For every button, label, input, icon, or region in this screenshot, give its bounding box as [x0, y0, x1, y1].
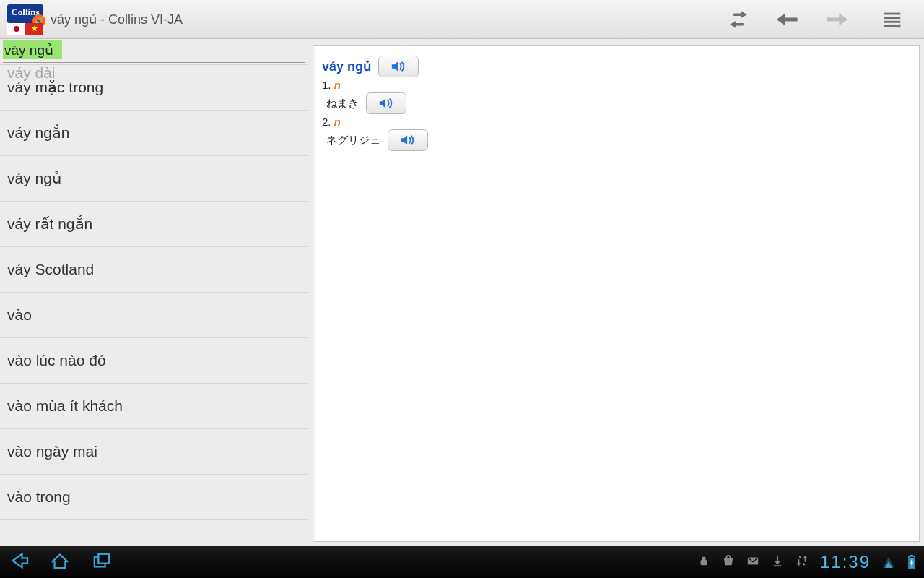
search-input[interactable]: [3, 40, 62, 59]
speaker-icon: [400, 133, 416, 147]
list-item[interactable]: vào: [0, 293, 308, 338]
play-translation-audio-button[interactable]: [388, 129, 428, 151]
word-list[interactable]: váy dài váy mặc trong váy ngắn váy ngủ v…: [0, 63, 308, 546]
speaker-icon: [391, 59, 406, 74]
status-wifi-icon: [882, 555, 895, 569]
nav-forward-button: [819, 5, 854, 34]
menu-button[interactable]: [875, 5, 910, 34]
svg-rect-11: [910, 555, 913, 556]
content-area: váy dài váy mặc trong váy ngắn váy ngủ v…: [0, 39, 924, 546]
header-separator: [863, 7, 863, 32]
sense-line: 2. n: [322, 116, 910, 128]
headword: váy ngủ: [322, 59, 371, 74]
list-item[interactable]: vào ngày mai: [0, 429, 308, 475]
search-row: [0, 39, 308, 62]
translation-text: ネグリジェ: [326, 134, 380, 147]
status-mail-icon: [746, 554, 759, 570]
flag-vn-icon: [25, 23, 43, 35]
svg-rect-7: [700, 560, 707, 565]
list-item[interactable]: vào lúc nào đó: [0, 338, 308, 384]
flag-jp-icon: [7, 23, 25, 35]
app-logo-flags: [7, 23, 43, 35]
app-header: Collins 🔊 váy ngủ - Collins VI-JA: [0, 0, 924, 39]
swap-languages-button[interactable]: [721, 5, 756, 34]
list-item[interactable]: váy rất ngắn: [0, 202, 308, 247]
app-title: váy ngủ - Collins VI-JA: [51, 12, 183, 27]
play-headword-audio-button[interactable]: [378, 56, 419, 77]
nav-back-button[interactable]: [770, 5, 805, 34]
system-recents-button[interactable]: [91, 551, 113, 573]
list-item[interactable]: váy ngủ: [0, 156, 308, 202]
list-item[interactable]: váy Scotland: [0, 247, 308, 293]
svg-rect-9: [774, 565, 782, 566]
arrow-left-icon: [775, 9, 800, 30]
part-of-speech: n: [334, 116, 341, 128]
status-sync-icon: [796, 554, 808, 570]
back-chevron-icon: [7, 551, 29, 570]
app-logo[interactable]: Collins 🔊: [7, 4, 43, 35]
svg-rect-5: [98, 554, 109, 564]
definition-pane: váy ngủ 1. n ねまき: [313, 45, 920, 542]
system-home-button[interactable]: [49, 551, 71, 573]
home-icon: [49, 551, 71, 570]
part-of-speech: n: [334, 79, 341, 91]
list-item[interactable]: váy ngắn: [0, 111, 308, 156]
list-item[interactable]: vào trong: [0, 475, 308, 520]
speaker-icon: [378, 96, 394, 111]
list-item[interactable]: vào mùa ít khách: [0, 384, 308, 429]
status-battery-icon: [907, 554, 917, 570]
system-back-button[interactable]: [7, 551, 29, 573]
sense-number: 1.: [322, 79, 331, 91]
svg-rect-1: [884, 17, 901, 19]
svg-rect-2: [884, 20, 901, 22]
status-clock[interactable]: 11:39: [820, 552, 871, 572]
status-market-icon: [722, 554, 735, 570]
svg-rect-0: [884, 12, 901, 14]
sense-number: 2.: [322, 116, 331, 128]
arrow-right-icon: [824, 9, 849, 30]
recents-icon: [91, 551, 113, 570]
system-nav-bar: 11:39: [0, 546, 924, 578]
translation-text: ねまき: [326, 97, 359, 111]
left-pane: váy dài váy mặc trong váy ngắn váy ngủ v…: [0, 39, 308, 546]
sense-line: 1. n: [322, 79, 910, 91]
menu-icon: [880, 9, 905, 30]
status-android-icon: [697, 554, 710, 570]
swap-arrows-icon: [726, 9, 751, 30]
play-translation-audio-button[interactable]: [366, 92, 406, 114]
status-download-icon: [771, 554, 784, 570]
